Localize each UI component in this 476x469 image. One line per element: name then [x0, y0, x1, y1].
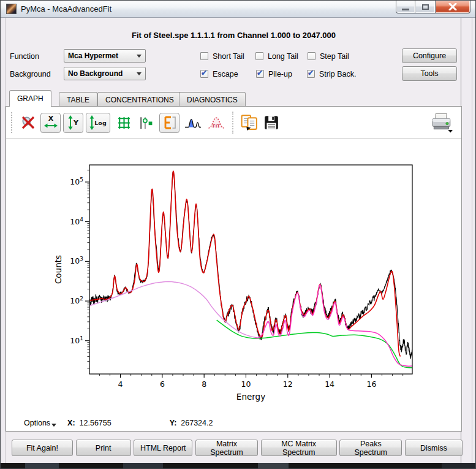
tab-label: CONCENTRATIONS [105, 96, 174, 104]
copy-report-button[interactable] [240, 114, 259, 131]
options-menu-arrow-icon [51, 424, 56, 427]
maximize-icon [422, 4, 429, 10]
peaks-spectrum-button[interactable]: Peaks Spectrum [339, 440, 402, 456]
background-label: Background [10, 70, 51, 78]
minimize-button[interactable] [396, 1, 415, 13]
checkbox-label: Pile-up [268, 70, 292, 78]
pymca-window: PyMca - McaAdvancedFit Fit of Steel.spe … [0, 0, 476, 469]
checkbox-box[interactable] [200, 70, 208, 78]
fit-markers-icon [138, 115, 154, 131]
checkbox-long-tail[interactable]: Long Tail [255, 51, 298, 61]
footer-button-row: Fit Again! Print HTML Report Matrix Spec… [12, 440, 463, 456]
checkbox-label: Escape [213, 70, 238, 78]
energy-icon [162, 115, 177, 131]
cursor-y-value: 267324.2 [181, 419, 213, 427]
fit-again-button[interactable]: Fit Again! [12, 440, 73, 456]
checkbox-strip-back[interactable]: Strip Back. [307, 69, 356, 78]
print-button-footer[interactable]: Print [76, 440, 131, 456]
close-button[interactable] [435, 1, 470, 13]
fit-markers-button[interactable] [138, 115, 154, 131]
checkbox-box[interactable] [256, 70, 264, 78]
fit-title: Fit of Steel.spe 1.1.1.1 from Channel 1.… [6, 31, 462, 40]
chevron-down-icon [137, 55, 142, 58]
svg-text:16: 16 [366, 379, 376, 389]
tab-table[interactable]: TABLE [59, 92, 97, 107]
checkbox-box[interactable] [308, 52, 315, 60]
svg-text:103: 103 [70, 256, 83, 265]
print-button[interactable] [429, 112, 454, 133]
y-autoscale-icon: Y [66, 115, 81, 131]
checkbox-escape[interactable]: Escape [200, 69, 238, 78]
log-scale-icon: Log [88, 115, 108, 131]
checkbox-box[interactable] [200, 52, 208, 60]
tab-label: GRAPH [17, 94, 43, 103]
tab-diagnostics[interactable]: DIAGNOSTICS [179, 92, 246, 107]
status-bar: Options X: 12.56755 Y: 267324.2 [24, 419, 213, 427]
chevron-down-icon [137, 72, 142, 75]
desktop-strip [1, 463, 476, 469]
cursor-x-label: X: [67, 419, 75, 427]
html-report-button[interactable]: HTML Report [134, 440, 192, 456]
dismiss-button[interactable]: Dismiss [405, 440, 463, 456]
checkbox-step-tail[interactable]: Step Tail [308, 51, 349, 61]
matrix-spectrum-button[interactable]: Matrix Spectrum [195, 440, 258, 456]
window-title: PyMca - McaAdvancedFit [21, 4, 111, 13]
function-value: Mca Hypermet [68, 51, 118, 60]
x-autoscale-button[interactable]: X [40, 113, 61, 133]
zoom-reset-icon [21, 115, 36, 130]
cursor-x-value: 12.56755 [80, 419, 111, 427]
plot-toolbar: X Y Log [6, 107, 461, 139]
window-frame-left [1, 18, 6, 469]
x-autoscale-icon: X [43, 115, 58, 131]
svg-text:12: 12 [283, 379, 293, 389]
checkbox-label: Strip Back. [319, 70, 356, 78]
svg-text:X: X [48, 115, 53, 123]
pymca-logo-icon [6, 4, 17, 14]
minimize-icon [402, 9, 409, 10]
svg-text:101: 101 [70, 335, 83, 345]
checkbox-label: Long Tail [268, 52, 298, 61]
energy-axis-button[interactable] [159, 113, 179, 133]
save-icon [263, 115, 279, 131]
function-combobox[interactable]: Mca Hypermet [64, 49, 146, 63]
function-label: Function [10, 52, 39, 61]
printer-icon [429, 112, 454, 133]
tab-graph[interactable]: GRAPH [9, 90, 51, 107]
maximize-button[interactable] [415, 1, 435, 13]
spectrum-icon [184, 116, 202, 129]
svg-text:Log: Log [94, 120, 106, 126]
svg-text:14: 14 [325, 379, 334, 389]
y-autoscale-button[interactable]: Y [63, 113, 83, 133]
svg-text:102: 102 [70, 296, 83, 305]
configure-button[interactable]: Configure [402, 48, 457, 63]
graph-tab-panel: X Y Log [6, 106, 462, 432]
options-menu-button[interactable]: Options [24, 419, 50, 427]
fit-button[interactable]: FIT [207, 116, 225, 130]
checkbox-label: Short Tail [213, 52, 244, 61]
checkbox-box[interactable] [307, 70, 315, 78]
spectrum-chart[interactable]: 10110210310410546810121416EnergyCounts [6, 141, 461, 424]
svg-text:Y: Y [73, 119, 79, 127]
spectrum-button[interactable] [184, 116, 202, 129]
cursor-y-label: Y: [170, 419, 177, 427]
checkbox-box[interactable] [255, 52, 263, 60]
grid-toggle-button[interactable] [116, 115, 132, 131]
zoom-reset-button[interactable] [21, 115, 36, 130]
grid-icon [116, 115, 132, 131]
tab-concentrations[interactable]: CONCENTRATIONS [97, 92, 182, 107]
svg-text:105: 105 [70, 177, 83, 186]
tools-button[interactable]: Tools [402, 66, 457, 81]
toolbar-handle[interactable] [11, 112, 13, 133]
svg-text:Energy: Energy [236, 392, 265, 402]
save-button[interactable] [263, 115, 279, 131]
svg-text:8: 8 [202, 379, 206, 389]
background-combobox[interactable]: No Background [64, 67, 146, 80]
title-bar[interactable]: PyMca - McaAdvancedFit [1, 1, 476, 18]
mc-matrix-spectrum-button[interactable]: MC Matrix Spectrum [261, 440, 337, 456]
background-value: No Background [68, 69, 123, 78]
svg-text:104: 104 [70, 216, 83, 226]
checkbox-pileup[interactable]: Pile-up [256, 69, 292, 78]
checkbox-short-tail[interactable]: Short Tail [200, 51, 244, 61]
svg-text:6: 6 [160, 379, 165, 389]
log-scale-button[interactable]: Log [86, 113, 110, 133]
